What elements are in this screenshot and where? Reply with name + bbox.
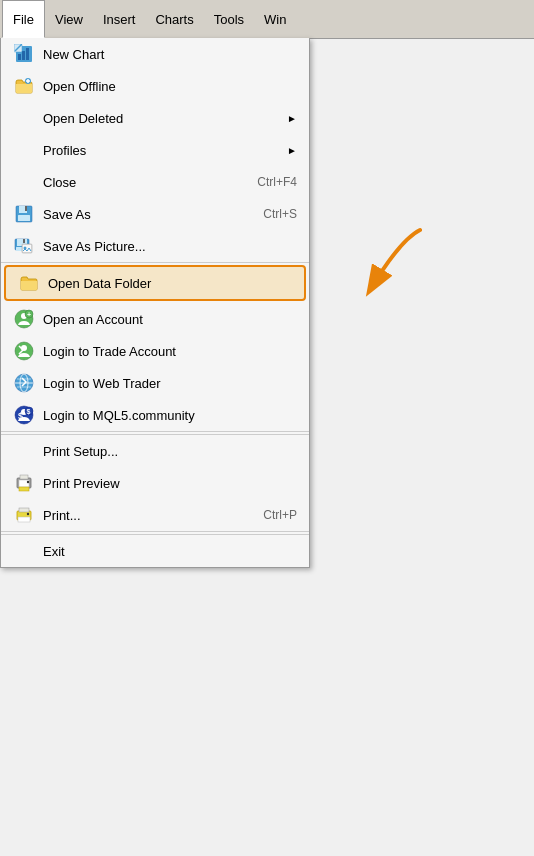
print-label: Print...	[43, 508, 243, 523]
svg-rect-11	[18, 215, 30, 221]
login-web-label: Login to Web Trader	[43, 376, 297, 391]
open-account-label: Open an Account	[43, 312, 297, 327]
menu-item-login-web[interactable]: Login to Web Trader	[1, 367, 309, 399]
svg-text:+: +	[27, 311, 31, 318]
print-setup-icon	[13, 440, 35, 462]
menu-item-login-trade[interactable]: Login to Trade Account	[1, 335, 309, 367]
save-as-picture-label: Save As Picture...	[43, 239, 297, 254]
print-preview-icon	[13, 472, 35, 494]
exit-icon	[13, 540, 35, 562]
open-account-icon: +	[13, 308, 35, 330]
menu-item-print[interactable]: Print... Ctrl+P	[1, 499, 309, 532]
menu-file-label: File	[13, 12, 34, 27]
print-preview-label: Print Preview	[43, 476, 297, 491]
save-as-label: Save As	[43, 207, 243, 222]
file-dropdown-menu: New Chart Open Offline Open Deleted ► Pr…	[0, 38, 310, 568]
close-shortcut: Ctrl+F4	[257, 175, 297, 189]
menu-insert-label: Insert	[103, 12, 136, 27]
svg-rect-41	[19, 508, 29, 512]
login-web-icon	[13, 372, 35, 394]
menu-file[interactable]: File	[2, 0, 45, 38]
open-data-folder-icon	[18, 272, 40, 294]
print-icon	[13, 504, 35, 526]
exit-label: Exit	[43, 544, 297, 559]
svg-rect-42	[18, 517, 30, 522]
menu-item-open-deleted[interactable]: Open Deleted ►	[1, 102, 309, 134]
login-mql5-label: Login to MQL5.community	[43, 408, 297, 423]
open-offline-icon	[13, 75, 35, 97]
profiles-arrow: ►	[287, 145, 297, 156]
menu-item-print-setup[interactable]: Print Setup...	[1, 434, 309, 467]
menu-item-save-as-picture[interactable]: Save As Picture...	[1, 230, 309, 263]
login-mql5-icon: $ $	[13, 404, 35, 426]
menu-item-print-preview[interactable]: Print Preview	[1, 467, 309, 499]
menu-charts[interactable]: Charts	[145, 0, 203, 38]
svg-point-43	[27, 513, 29, 515]
svg-rect-1	[18, 54, 21, 60]
profiles-icon	[13, 139, 35, 161]
profiles-label: Profiles	[43, 143, 287, 158]
open-deleted-icon	[13, 107, 35, 129]
open-deleted-label: Open Deleted	[43, 111, 287, 126]
menu-item-open-data-folder[interactable]: Open Data Folder	[4, 265, 306, 301]
save-as-icon	[13, 203, 35, 225]
menu-item-open-account[interactable]: + Open an Account	[1, 303, 309, 335]
menu-item-open-offline[interactable]: Open Offline	[1, 70, 309, 102]
menu-item-save-as[interactable]: Save As Ctrl+S	[1, 198, 309, 230]
close-icon	[13, 171, 35, 193]
print-shortcut: Ctrl+P	[263, 508, 297, 522]
svg-rect-38	[19, 487, 29, 491]
new-chart-label: New Chart	[43, 47, 297, 62]
menu-win-label: Win	[264, 12, 286, 27]
svg-text:$: $	[27, 408, 31, 416]
menu-view[interactable]: View	[45, 0, 93, 38]
menu-win[interactable]: Win	[254, 0, 296, 38]
save-as-picture-icon	[13, 235, 35, 257]
print-setup-label: Print Setup...	[43, 444, 297, 459]
svg-rect-10	[25, 206, 27, 211]
new-chart-icon	[13, 43, 35, 65]
login-trade-label: Login to Trade Account	[43, 344, 297, 359]
menu-item-profiles[interactable]: Profiles ►	[1, 134, 309, 166]
menu-view-label: View	[55, 12, 83, 27]
menubar: File View Insert Charts Tools Win	[0, 0, 534, 39]
menu-item-new-chart[interactable]: New Chart	[1, 38, 309, 70]
menu-charts-label: Charts	[155, 12, 193, 27]
svg-rect-14	[23, 239, 25, 243]
close-label: Close	[43, 175, 237, 190]
menu-tools-label: Tools	[214, 12, 244, 27]
open-data-folder-label: Open Data Folder	[48, 276, 292, 291]
login-trade-icon	[13, 340, 35, 362]
open-offline-label: Open Offline	[43, 79, 297, 94]
svg-rect-2	[22, 51, 25, 60]
svg-rect-3	[26, 48, 29, 60]
menu-insert[interactable]: Insert	[93, 0, 146, 38]
menu-item-login-mql5[interactable]: $ $ Login to MQL5.community	[1, 399, 309, 432]
save-as-shortcut: Ctrl+S	[263, 207, 297, 221]
menu-item-close[interactable]: Close Ctrl+F4	[1, 166, 309, 198]
open-deleted-arrow: ►	[287, 113, 297, 124]
menu-item-exit[interactable]: Exit	[1, 534, 309, 567]
svg-point-39	[27, 481, 29, 483]
svg-rect-37	[20, 475, 28, 479]
arrow-annotation	[330, 220, 450, 320]
menu-tools[interactable]: Tools	[204, 0, 254, 38]
